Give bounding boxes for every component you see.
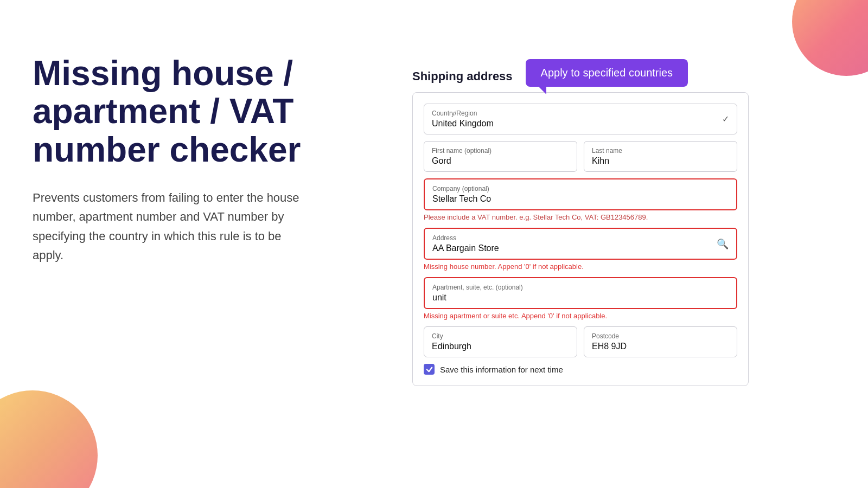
address-label: Address [432, 234, 729, 242]
last-name-value: Kihn [592, 156, 729, 166]
address-error-message: Missing house number. Append '0' if not … [424, 262, 737, 271]
save-checkbox[interactable] [424, 364, 435, 375]
first-name-field: First name (optional) Gord [424, 141, 577, 172]
first-name-value: Gord [432, 156, 569, 166]
company-value: Stellar Tech Co [432, 194, 729, 204]
search-icon: 🔍 [717, 238, 729, 250]
last-name-label: Last name [592, 147, 729, 155]
shipping-form: Country/Region United Kingdom ✓ First na… [412, 92, 749, 386]
company-field: Company (optional) Stellar Tech Co Pleas… [424, 178, 737, 221]
page-description: Prevents customers from failing to enter… [33, 188, 315, 265]
name-row: First name (optional) Gord Last name Kih… [424, 141, 737, 172]
section-title: Shipping address [412, 69, 513, 87]
city-field: City Edinburgh [424, 326, 577, 357]
chevron-down-icon: ✓ [722, 114, 729, 124]
city-postcode-row: City Edinburgh Postcode EH8 9JD [424, 326, 737, 357]
checkmark-icon [426, 366, 433, 373]
save-info-row: Save this information for next time [424, 364, 737, 375]
save-label: Save this information for next time [440, 365, 563, 374]
country-value: United Kingdom [432, 119, 494, 129]
city-value: Edinburgh [432, 342, 569, 351]
apartment-label: Apartment, suite, etc. (optional) [432, 284, 729, 291]
tooltip-bubble[interactable]: Apply to specified countries [526, 59, 688, 87]
country-label: Country/Region [432, 110, 494, 117]
apartment-field: Apartment, suite, etc. (optional) unit M… [424, 277, 737, 320]
deco-bottom-left-circle [0, 390, 98, 488]
vat-error-message: Please include a VAT number. e.g. Stella… [424, 213, 737, 221]
address-input[interactable]: Address AA Bargain Store 🔍 [424, 228, 737, 260]
company-input[interactable]: Company (optional) Stellar Tech Co [424, 178, 737, 210]
left-panel: Missing house / apartment / VAT number c… [33, 54, 336, 265]
country-select[interactable]: Country/Region United Kingdom ✓ [424, 104, 737, 134]
page-title: Missing house / apartment / VAT number c… [33, 54, 336, 169]
deco-top-right-circle [792, 0, 868, 76]
tooltip-label: Apply to specified countries [541, 67, 673, 79]
country-field: Country/Region United Kingdom ✓ [424, 104, 737, 134]
apartment-error-message: Missing apartment or suite etc. Append '… [424, 312, 737, 320]
apartment-input[interactable]: Apartment, suite, etc. (optional) unit [424, 277, 737, 309]
first-name-input[interactable]: First name (optional) Gord [424, 141, 577, 172]
address-value: AA Bargain Store [432, 243, 729, 253]
postcode-label: Postcode [592, 332, 729, 340]
first-name-label: First name (optional) [432, 147, 569, 155]
address-field: Address AA Bargain Store 🔍 Missing house… [424, 228, 737, 271]
right-panel: Shipping address Apply to specified coun… [412, 43, 749, 386]
postcode-field: Postcode EH8 9JD [584, 326, 737, 357]
last-name-input[interactable]: Last name Kihn [584, 141, 737, 172]
city-label: City [432, 332, 569, 340]
city-input[interactable]: City Edinburgh [424, 326, 577, 357]
tooltip-wrapper: Shipping address Apply to specified coun… [412, 43, 749, 87]
last-name-field: Last name Kihn [584, 141, 737, 172]
postcode-value: EH8 9JD [592, 342, 729, 351]
postcode-input[interactable]: Postcode EH8 9JD [584, 326, 737, 357]
apartment-value: unit [432, 293, 729, 303]
company-label: Company (optional) [432, 185, 729, 192]
